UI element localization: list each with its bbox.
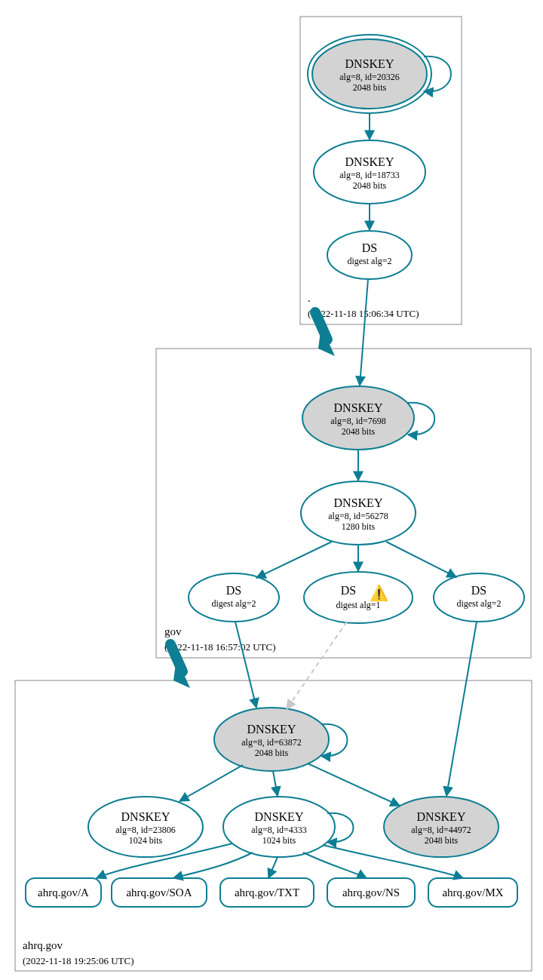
- svg-text:ahrq.gov/A: ahrq.gov/A: [38, 886, 89, 899]
- node-root-zsk: DNSKEY alg=8, id=18733 2048 bits: [314, 140, 425, 204]
- node-gov-zsk: DNSKEY alg=8, id=56278 1280 bits: [301, 481, 416, 545]
- zone-gov-timestamp: (2022-11-18 16:57:02 UTC): [164, 641, 276, 653]
- svg-text:DNSKEY: DNSKEY: [334, 496, 383, 509]
- edge-ksk-zsk: [273, 771, 278, 796]
- edge-ds1-ahrqksk: [235, 622, 256, 708]
- svg-text:2048 bits: 2048 bits: [255, 748, 289, 758]
- svg-text:2048 bits: 2048 bits: [342, 426, 376, 437]
- svg-text:digest alg=2: digest alg=2: [456, 598, 501, 609]
- svg-text:DNSKEY: DNSKEY: [255, 810, 304, 823]
- svg-text:2048 bits: 2048 bits: [425, 835, 459, 846]
- edge-ksk-k2: [179, 765, 243, 801]
- record-a: ahrq.gov/A: [26, 878, 101, 907]
- edge-gov-zsk-ds3: [386, 542, 456, 577]
- svg-point-10: [327, 231, 412, 279]
- svg-text:1024 bits: 1024 bits: [262, 835, 296, 846]
- node-root-ds: DS digest alg=2: [327, 231, 412, 279]
- svg-text:DS: DS: [341, 584, 356, 597]
- svg-text:ahrq.gov/SOA: ahrq.gov/SOA: [126, 886, 192, 899]
- svg-text:digest alg=2: digest alg=2: [211, 598, 256, 609]
- zone-ahrq-timestamp: (2022-11-18 19:25:06 UTC): [23, 955, 134, 966]
- svg-text:alg=8, id=44972: alg=8, id=44972: [411, 825, 471, 835]
- node-ahrq-k4: DNSKEY alg=8, id=44972 2048 bits: [384, 797, 499, 857]
- svg-text:DNSKEY: DNSKEY: [121, 810, 170, 823]
- node-gov-ds1: DS digest alg=2: [189, 573, 279, 622]
- dnssec-diagram: . (2022-11-18 15:06:34 UTC) DNSKEY alg=8…: [0, 0, 543, 980]
- svg-text:DS: DS: [362, 241, 377, 254]
- svg-text:alg=8, id=63872: alg=8, id=63872: [241, 737, 302, 748]
- svg-point-26: [304, 572, 413, 623]
- zone-root-timestamp: (2022-11-18 15:06:34 UTC): [308, 308, 419, 319]
- svg-text:DNSKEY: DNSKEY: [417, 810, 466, 823]
- zone-ahrq: ahrq.gov (2022-11-18 19:25:06 UTC) DNSKE…: [15, 622, 532, 971]
- edge-ksk-k4: [308, 763, 400, 806]
- svg-text:DNSKEY: DNSKEY: [247, 723, 296, 736]
- svg-text:alg=8, id=20326: alg=8, id=20326: [339, 72, 400, 82]
- edge-ds3-k4: [446, 622, 477, 796]
- svg-text:alg=8, id=56278: alg=8, id=56278: [328, 511, 388, 521]
- svg-text:DNSKEY: DNSKEY: [345, 155, 394, 168]
- svg-text:ahrq.gov/NS: ahrq.gov/NS: [342, 886, 400, 899]
- zone-root: . (2022-11-18 15:06:34 UTC) DNSKEY alg=8…: [300, 17, 462, 324]
- node-root-ksk: DNSKEY alg=8, id=20326 2048 bits: [308, 35, 431, 113]
- svg-text:1280 bits: 1280 bits: [342, 521, 376, 532]
- node-gov-ksk: DNSKEY alg=8, id=7698 2048 bits: [302, 386, 414, 450]
- node-ahrq-k2: DNSKEY alg=8, id=23806 1024 bits: [88, 797, 203, 857]
- node-ahrq-zsk: DNSKEY alg=8, id=4333 1024 bits: [223, 797, 335, 857]
- record-ns: ahrq.gov/NS: [327, 878, 415, 907]
- svg-text:DS: DS: [226, 584, 241, 597]
- svg-text:ahrq.gov/MX: ahrq.gov/MX: [442, 886, 503, 899]
- svg-text:alg=8, id=18733: alg=8, id=18733: [339, 170, 400, 180]
- edge-zsk-txt: [268, 857, 278, 878]
- zone-gov-label: gov: [164, 625, 182, 637]
- node-gov-ds2: DS digest alg=1 ⚠️: [304, 572, 413, 623]
- svg-text:DNSKEY: DNSKEY: [345, 57, 394, 70]
- svg-text:DNSKEY: DNSKEY: [334, 401, 383, 414]
- svg-text:alg=8, id=4333: alg=8, id=4333: [251, 825, 307, 835]
- edge-rootds-govksk: [360, 279, 368, 386]
- zone-gov: gov (2022-11-18 16:57:02 UTC) DNSKEY alg…: [156, 279, 531, 658]
- svg-text:2048 bits: 2048 bits: [353, 180, 387, 191]
- svg-text:ahrq.gov/TXT: ahrq.gov/TXT: [235, 886, 299, 899]
- svg-point-29: [434, 573, 524, 622]
- svg-text:2048 bits: 2048 bits: [353, 82, 387, 93]
- edge-zsk-ns: [303, 853, 367, 878]
- edge-gov-zsk-ds1: [256, 542, 332, 578]
- node-gov-ds3: DS digest alg=2: [434, 573, 524, 622]
- edge-ds2-ahrqksk: [287, 622, 347, 709]
- record-soa: ahrq.gov/SOA: [112, 878, 207, 907]
- svg-text:DS: DS: [471, 584, 486, 597]
- svg-text:digest alg=1: digest alg=1: [336, 600, 380, 610]
- svg-text:alg=8, id=23806: alg=8, id=23806: [115, 825, 176, 835]
- svg-text:1024 bits: 1024 bits: [129, 835, 163, 846]
- svg-text:digest alg=2: digest alg=2: [347, 256, 391, 266]
- record-txt: ahrq.gov/TXT: [220, 878, 314, 907]
- node-ahrq-ksk: DNSKEY alg=8, id=63872 2048 bits: [214, 708, 329, 771]
- zone-root-label: .: [308, 292, 311, 304]
- edge-zsk-soa: [173, 853, 253, 878]
- zone-ahrq-label: ahrq.gov: [23, 939, 63, 951]
- record-mx: ahrq.gov/MX: [428, 878, 517, 907]
- svg-point-23: [189, 573, 279, 622]
- warning-icon: ⚠️: [370, 584, 388, 602]
- svg-text:alg=8, id=7698: alg=8, id=7698: [330, 416, 386, 426]
